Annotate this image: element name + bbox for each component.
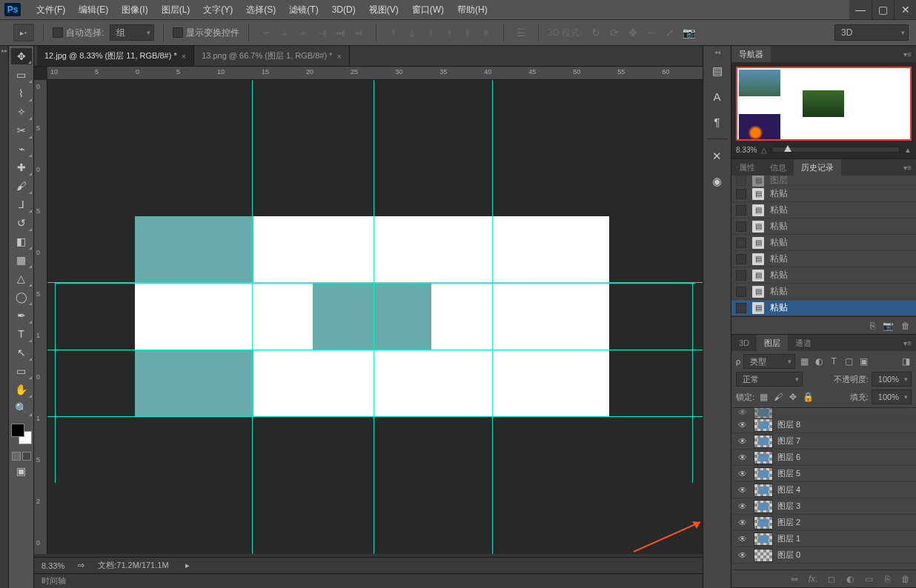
visibility-icon[interactable]: 👁 bbox=[736, 468, 749, 480]
menu-3d[interactable]: 3D(D) bbox=[325, 0, 362, 19]
close-icon[interactable]: × bbox=[182, 52, 186, 61]
visibility-icon[interactable]: 👁 bbox=[736, 419, 749, 431]
status-zoom[interactable]: 8.33% bbox=[42, 561, 64, 570]
placed-image-2[interactable] bbox=[313, 283, 431, 350]
visibility-icon[interactable]: 👁 bbox=[736, 549, 749, 561]
doc-tab-2[interactable]: 13.png @ 66.7% (图层 1, RGB/8#) * × bbox=[194, 46, 350, 66]
link-layers-icon[interactable]: ⇔ bbox=[789, 573, 800, 585]
history-trash-icon[interactable]: 🗑 bbox=[901, 321, 910, 331]
navigator-preview[interactable] bbox=[736, 67, 912, 141]
tab-info[interactable]: 信息 bbox=[763, 159, 794, 176]
tool-blur[interactable]: △ bbox=[10, 270, 33, 287]
status-arrow-icon[interactable]: ⇨ bbox=[78, 561, 84, 570]
layer-thumb[interactable] bbox=[754, 516, 773, 529]
layer-thumb[interactable] bbox=[754, 451, 773, 464]
zoom-slider[interactable] bbox=[771, 147, 900, 153]
auto-select-checkbox[interactable]: 自动选择: bbox=[53, 27, 104, 39]
history-item[interactable]: ▤粘贴 bbox=[731, 186, 916, 202]
filter-pixel-icon[interactable]: ▦ bbox=[798, 355, 810, 367]
history-item[interactable]: ▤粘贴 bbox=[731, 218, 916, 235]
menu-image[interactable]: 图像(I) bbox=[115, 0, 154, 19]
menu-filter[interactable]: 滤镜(T) bbox=[282, 0, 325, 19]
ruler-horizontal[interactable]: 105051015202530354045505560657075808590 bbox=[47, 67, 703, 80]
adjustments-icon[interactable]: ✕ bbox=[708, 147, 727, 166]
fx-icon[interactable]: fx. bbox=[807, 573, 819, 585]
zoom-out-icon[interactable]: △ bbox=[761, 146, 767, 154]
quickmask-toggle[interactable] bbox=[9, 450, 33, 462]
character-icon[interactable]: A bbox=[708, 87, 727, 106]
tool-path-sel[interactable]: ↖ bbox=[10, 344, 33, 361]
menu-type[interactable]: 文字(Y) bbox=[196, 0, 239, 19]
dist-6-icon[interactable]: ⫵ bbox=[478, 24, 494, 41]
screenmode-icon[interactable]: ▣ bbox=[10, 462, 33, 480]
layer-row[interactable]: 👁图层 5 bbox=[731, 466, 916, 482]
tool-type[interactable]: T bbox=[10, 325, 33, 343]
tool-eraser[interactable]: ◧ bbox=[10, 233, 33, 250]
tool-lasso[interactable]: ⌇ bbox=[10, 84, 33, 102]
menu-help[interactable]: 帮助(H) bbox=[451, 0, 494, 19]
tab-layers[interactable]: 图层 bbox=[757, 335, 788, 351]
tool-dodge[interactable]: ◯ bbox=[10, 288, 33, 306]
dist-1-icon[interactable]: ⫯ bbox=[385, 24, 402, 41]
align-top-icon[interactable]: ⫟ bbox=[258, 24, 274, 41]
tool-hand[interactable]: ✋ bbox=[10, 381, 33, 398]
tab-properties[interactable]: 属性 bbox=[731, 159, 763, 176]
align-left-icon[interactable]: ⫣ bbox=[313, 24, 330, 41]
timeline-panel-tab[interactable]: 时间轴 bbox=[34, 573, 703, 588]
lock-paint-icon[interactable]: 🖌 bbox=[772, 391, 784, 403]
align-bottom-icon[interactable]: ⫨ bbox=[295, 24, 311, 41]
layer-thumb[interactable] bbox=[754, 484, 773, 497]
doc-tab-1[interactable]: 12.jpg @ 8.33% (图层 11, RGB/8#) * × bbox=[37, 46, 194, 66]
left-collapse-strip[interactable]: ▸▸ bbox=[0, 46, 9, 588]
layer-row[interactable]: 👁图层 0 bbox=[731, 547, 916, 564]
align-hcenter-icon[interactable]: ⫥ bbox=[332, 24, 348, 41]
dist-5-icon[interactable]: ⫴ bbox=[459, 24, 476, 41]
history-camera-icon[interactable]: 📷 bbox=[883, 321, 894, 331]
menu-edit[interactable]: 编辑(E) bbox=[72, 0, 115, 19]
dist-3-icon[interactable]: ⫲ bbox=[422, 24, 439, 41]
layer-row[interactable]: 👁图层 7 bbox=[731, 433, 916, 450]
panel-menu-icon[interactable]: ▾≡ bbox=[899, 50, 916, 59]
history-item[interactable]: ▤粘贴 bbox=[731, 235, 916, 251]
visibility-icon[interactable]: 👁 bbox=[736, 517, 749, 529]
zoom-in-icon[interactable]: ▲ bbox=[904, 146, 912, 154]
tool-heal[interactable]: ✚ bbox=[10, 158, 33, 176]
trash-icon[interactable]: 🗑 bbox=[900, 573, 912, 585]
tool-crop[interactable]: ✂ bbox=[10, 121, 33, 139]
visibility-icon[interactable]: 👁 bbox=[736, 533, 749, 545]
layer-row[interactable]: 👁图层 3 bbox=[731, 498, 916, 515]
workspace-combo[interactable]: 3D bbox=[834, 24, 909, 41]
placed-image-1[interactable] bbox=[135, 216, 253, 283]
3d-camera-icon[interactable]: 📷 bbox=[680, 24, 697, 41]
lock-pos-icon[interactable]: ✥ bbox=[787, 391, 799, 403]
history-item[interactable]: ▤粘贴 bbox=[731, 267, 916, 284]
group-icon[interactable]: ▭ bbox=[863, 573, 874, 585]
tool-marquee[interactable]: ▭ bbox=[10, 66, 33, 84]
history-item[interactable]: ▤图层 bbox=[731, 176, 916, 186]
canvas[interactable] bbox=[47, 80, 703, 554]
tab-3d[interactable]: 3D bbox=[731, 335, 757, 351]
placed-image-3[interactable] bbox=[135, 350, 253, 416]
auto-align-icon[interactable]: ☰ bbox=[513, 24, 529, 41]
tool-gradient[interactable]: ▦ bbox=[10, 251, 33, 269]
new-layer-icon[interactable]: ⎘ bbox=[881, 573, 893, 585]
history-item[interactable]: ▤粘贴 bbox=[731, 284, 916, 300]
history-item[interactable]: ▤粘贴 bbox=[731, 202, 916, 218]
minimize-button[interactable]: — bbox=[849, 0, 872, 19]
layer-thumb[interactable] bbox=[754, 467, 773, 481]
align-vcenter-icon[interactable]: ⫠ bbox=[276, 24, 293, 41]
menu-file[interactable]: 文件(F) bbox=[30, 0, 72, 19]
tab-channels[interactable]: 通道 bbox=[788, 335, 819, 351]
menu-window[interactable]: 窗口(W) bbox=[405, 0, 451, 19]
opacity-field[interactable]: 100% bbox=[872, 372, 912, 387]
guide-v[interactable] bbox=[492, 80, 493, 554]
layer-row[interactable]: 👁图层 6 bbox=[731, 450, 916, 466]
fill-field[interactable]: 100% bbox=[872, 390, 912, 404]
visibility-icon[interactable]: 👁 bbox=[736, 435, 749, 447]
adjustment-icon[interactable]: ◐ bbox=[844, 573, 856, 585]
tab-navigator[interactable]: 导航器 bbox=[731, 46, 771, 62]
tool-zoom[interactable]: 🔍 bbox=[10, 399, 33, 417]
tab-history[interactable]: 历史记录 bbox=[794, 159, 841, 176]
filter-type-icon[interactable]: T bbox=[828, 355, 840, 367]
history-item[interactable]: ▤粘贴 bbox=[731, 251, 916, 267]
